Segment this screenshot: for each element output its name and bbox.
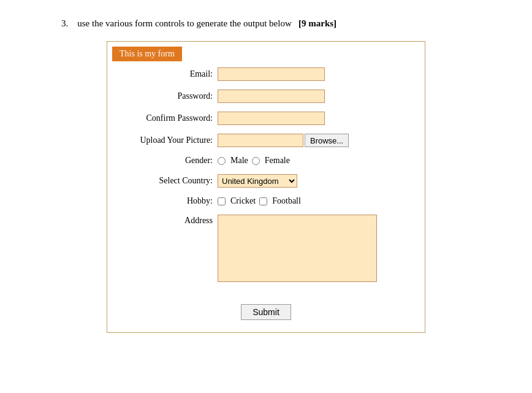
confirm-password-input[interactable] [218, 112, 325, 125]
gender-radio-group: Male Female [218, 156, 290, 166]
password-row: Password: [120, 90, 412, 103]
address-textarea[interactable] [218, 215, 377, 282]
address-label: Address [120, 215, 218, 226]
instruction-number: 3. [61, 18, 68, 28]
country-row: Select Country: United Kingdom United St… [120, 174, 412, 188]
country-select[interactable]: United Kingdom United States Canada Aust… [218, 174, 297, 188]
upload-label: Upload Your Picture: [120, 135, 218, 145]
file-input-wrapper: Browse... [218, 134, 349, 147]
football-checkbox[interactable] [259, 197, 267, 205]
hobby-checkbox-group: Cricket Football [218, 196, 301, 206]
form-body: Email: Password: Confirm Password: Uploa… [107, 61, 425, 297]
email-row: Email: [120, 67, 412, 81]
male-label: Male [230, 156, 248, 166]
address-row: Address [120, 215, 412, 282]
submit-button[interactable]: Submit [241, 304, 291, 320]
instruction-body: use the various form controls to generat… [77, 18, 292, 28]
instruction-marks: [9 marks] [298, 18, 336, 28]
confirm-password-row: Confirm Password: [120, 112, 412, 125]
female-radio[interactable] [252, 157, 260, 165]
form-title: This is my form [112, 47, 182, 61]
browse-button[interactable]: Browse... [305, 134, 349, 147]
password-input[interactable] [218, 90, 325, 103]
gender-label: Gender: [120, 156, 218, 166]
file-text-input[interactable] [218, 134, 303, 147]
password-label: Password: [120, 91, 218, 101]
email-label: Email: [120, 69, 218, 79]
gender-row: Gender: Male Female [120, 156, 412, 166]
page: 3. use the various form controls to gene… [0, 0, 532, 393]
cricket-label: Cricket [230, 196, 256, 206]
male-radio[interactable] [218, 157, 226, 165]
submit-row: Submit [107, 304, 425, 320]
upload-row: Upload Your Picture: Browse... [120, 134, 412, 147]
female-label: Female [265, 156, 290, 166]
hobby-row: Hobby: Cricket Football [120, 196, 412, 206]
form-container: This is my form Email: Password: Confirm… [107, 41, 425, 333]
country-label: Select Country: [120, 176, 218, 186]
hobby-label: Hobby: [120, 196, 218, 206]
confirm-password-label: Confirm Password: [120, 113, 218, 123]
instruction-text: 3. use the various form controls to gene… [25, 18, 507, 29]
football-label: Football [272, 196, 301, 206]
cricket-checkbox[interactable] [218, 197, 226, 205]
email-input[interactable] [218, 67, 325, 81]
